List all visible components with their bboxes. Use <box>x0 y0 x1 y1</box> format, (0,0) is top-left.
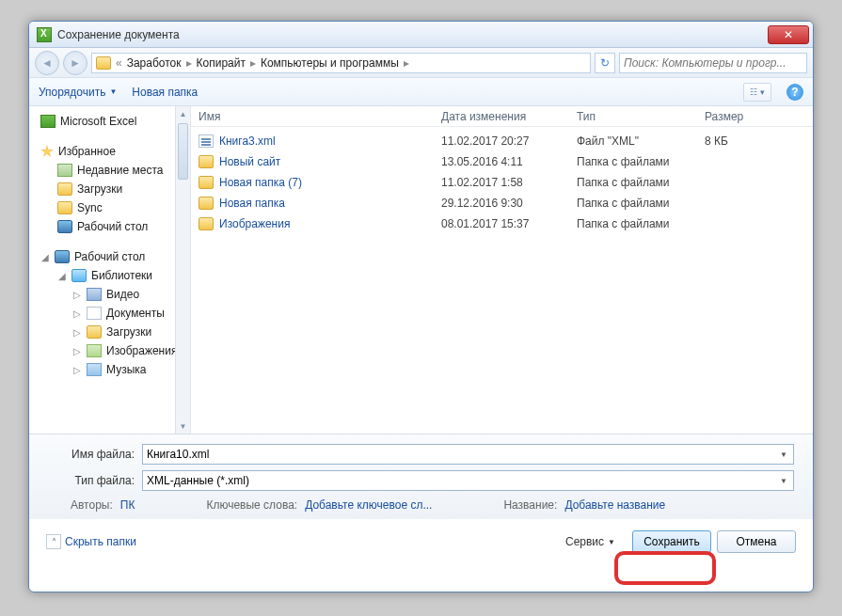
star-icon <box>40 145 54 158</box>
folder-icon <box>199 155 214 168</box>
sidebar-music[interactable]: ▷Музыка <box>29 360 190 379</box>
file-type: Папка с файлами <box>577 197 705 210</box>
scrollbar-thumb[interactable] <box>178 123 188 180</box>
chevron-up-icon: ˄ <box>46 534 61 549</box>
view-options-button[interactable]: ☷ ▾ <box>743 83 771 102</box>
expand-icon[interactable]: ▷ <box>72 346 82 356</box>
refresh-button[interactable]: ↻ <box>595 53 615 73</box>
desktop-icon <box>57 220 72 233</box>
file-header: Имя Дата изменения Тип Размер <box>191 106 813 127</box>
file-row[interactable]: Новая папка29.12.2016 9:30Папка с файлам… <box>191 193 813 213</box>
pictures-icon <box>87 344 102 357</box>
save-button[interactable]: Сохранить <box>632 530 711 553</box>
filename-label: Имя файла: <box>48 448 142 461</box>
scroll-down-icon[interactable]: ▼ <box>176 419 190 434</box>
file-date: 11.02.2017 1:58 <box>441 176 577 189</box>
expand-icon[interactable]: ▷ <box>72 308 82 319</box>
col-type[interactable]: Тип <box>577 110 705 123</box>
titlebar: Сохранение документа ✕ <box>29 22 813 48</box>
forward-button[interactable]: ► <box>63 51 87 75</box>
expand-icon[interactable]: ▷ <box>72 290 82 300</box>
file-row[interactable]: Новая папка (7)11.02.2017 1:58Папка с фа… <box>191 172 813 193</box>
file-type: Папка с файлами <box>577 176 705 189</box>
help-button[interactable]: ? <box>786 84 803 101</box>
service-menu[interactable]: Сервис ▼ <box>565 535 615 548</box>
sidebar-favorites[interactable]: Избранное <box>29 142 190 161</box>
folder-icon <box>57 182 72 196</box>
chevron-down-icon[interactable]: ▼ <box>777 448 790 461</box>
file-date: 08.01.2017 15:37 <box>441 217 577 230</box>
desktop-icon <box>55 250 70 263</box>
bottom-pane: Имя файла: ▼ Тип файла: XML-данные (*.xm… <box>29 434 813 519</box>
filetype-select[interactable]: XML-данные (*.xml) ▼ <box>142 470 794 491</box>
chevron-down-icon: ▼ <box>109 87 117 96</box>
filename-field[interactable] <box>147 448 789 461</box>
sidebar-sync[interactable]: Sync <box>29 198 190 217</box>
sidebar-documents[interactable]: ▷Документы <box>29 304 190 323</box>
folder-icon <box>57 201 72 214</box>
expand-icon[interactable]: ◢ <box>40 252 50 262</box>
tags-value[interactable]: Добавьте ключевое сл... <box>305 498 432 512</box>
sidebar-pictures[interactable]: ▷Изображения <box>29 341 190 360</box>
expand-icon[interactable]: ▷ <box>72 327 82 338</box>
sidebar-libraries[interactable]: ◢Библиотеки <box>29 266 190 285</box>
folder-icon <box>199 217 214 230</box>
recent-icon <box>57 164 72 177</box>
chevron-down-icon: ▼ <box>608 538 615 546</box>
sidebar-recent[interactable]: Недавние места <box>29 161 190 180</box>
sidebar-downloads2[interactable]: ▷Загрузки <box>29 323 190 341</box>
sidebar: Microsoft Excel Избранное Недавние места… <box>29 106 191 434</box>
expand-icon[interactable]: ◢ <box>57 271 67 281</box>
sidebar-video[interactable]: ▷Видео <box>29 285 190 304</box>
cancel-button[interactable]: Отмена <box>717 530 796 553</box>
chevron-down-icon[interactable]: ▼ <box>777 474 790 487</box>
search-input[interactable] <box>624 56 802 70</box>
video-icon <box>87 288 102 301</box>
sidebar-desktop[interactable]: ◢Рабочий стол <box>29 247 190 266</box>
file-row[interactable]: Новый сайт13.05.2016 4:11Папка с файлами <box>191 151 813 172</box>
new-folder-button[interactable]: Новая папка <box>132 86 198 99</box>
folder-icon <box>199 197 214 210</box>
toolbar: Упорядочить▼ Новая папка ☷ ▾ ? <box>29 78 813 106</box>
col-name[interactable]: Имя <box>199 110 441 123</box>
filename-input[interactable]: ▼ <box>142 444 794 465</box>
expand-icon[interactable]: ▷ <box>72 365 82 375</box>
sidebar-app[interactable]: Microsoft Excel <box>29 112 190 131</box>
breadcrumb-item[interactable]: Компьютеры и программы <box>261 56 399 70</box>
file-row[interactable]: Книга3.xml11.02.2017 20:27Файл "XML"8 КБ <box>191 131 813 151</box>
close-button[interactable]: ✕ <box>768 25 809 44</box>
breadcrumb-item[interactable]: Копирайт <box>197 56 246 70</box>
filetype-value: XML-данные (*.xml) <box>147 474 789 487</box>
folder-icon <box>199 176 214 189</box>
file-name: Новая папка (7) <box>219 176 441 189</box>
back-button[interactable]: ◄ <box>35 51 59 75</box>
hide-folders-button[interactable]: ˄ Скрыть папки <box>46 534 136 549</box>
search-box[interactable] <box>619 53 807 73</box>
document-icon <box>87 307 102 320</box>
file-name: Изображения <box>219 217 441 230</box>
save-dialog: Сохранение документа ✕ ◄ ► « Заработок ▸… <box>28 21 814 592</box>
file-list: Книга3.xml11.02.2017 20:27Файл "XML"8 КБ… <box>191 127 813 238</box>
file-date: 11.02.2017 20:27 <box>441 134 577 148</box>
file-row[interactable]: Изображения08.01.2017 15:37Папка с файла… <box>191 213 813 234</box>
scroll-up-icon[interactable]: ▲ <box>176 106 190 121</box>
breadcrumb[interactable]: « Заработок ▸ Копирайт ▸ Компьютеры и пр… <box>91 53 591 73</box>
folder-icon <box>96 56 111 70</box>
organize-menu[interactable]: Упорядочить▼ <box>39 86 117 99</box>
sidebar-downloads[interactable]: Загрузки <box>29 180 190 198</box>
authors-value[interactable]: ПК <box>120 498 135 512</box>
excel-icon <box>40 115 56 128</box>
filetype-label: Тип файла: <box>48 474 142 487</box>
sidebar-scrollbar[interactable]: ▲ ▼ <box>175 106 190 434</box>
title-value[interactable]: Добавьте название <box>564 498 665 512</box>
breadcrumb-item[interactable]: Заработок <box>127 56 182 70</box>
file-pane: Имя Дата изменения Тип Размер Книга3.xml… <box>191 106 813 434</box>
music-icon <box>87 363 102 376</box>
authors-label: Авторы: <box>71 498 113 512</box>
footer: ˄ Скрыть папки Сервис ▼ Сохранить Отмена <box>29 519 813 564</box>
file-type: Папка с файлами <box>577 217 705 230</box>
window-title: Сохранение документа <box>57 28 180 41</box>
col-size[interactable]: Размер <box>705 110 813 123</box>
sidebar-desktop-fav[interactable]: Рабочий стол <box>29 217 190 236</box>
col-date[interactable]: Дата изменения <box>441 110 577 123</box>
